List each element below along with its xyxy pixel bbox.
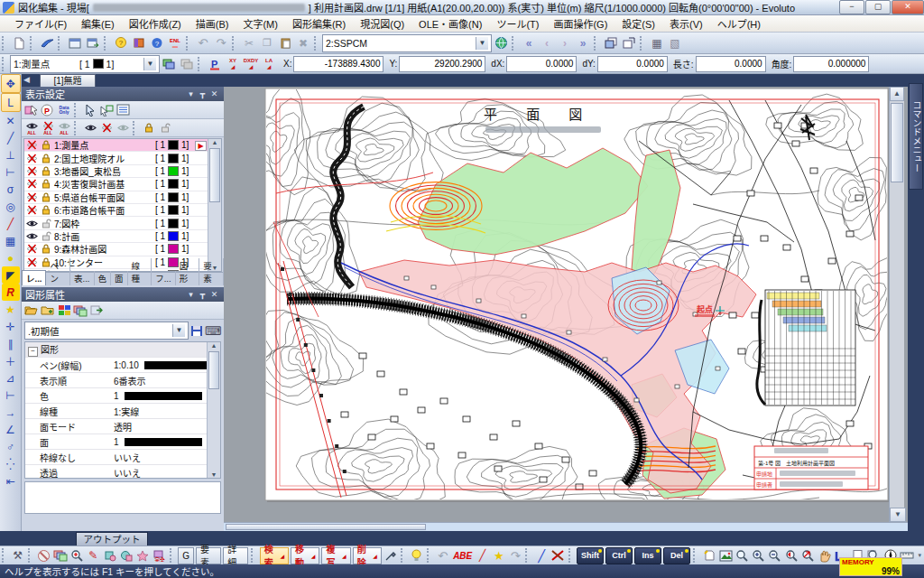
ds-tab-0[interactable]: レ... bbox=[22, 270, 46, 285]
coord-field-5[interactable]: 0.000000 bbox=[793, 56, 869, 72]
image-icon[interactable] bbox=[718, 547, 733, 564]
coord-field-1[interactable]: 29200.2900 bbox=[399, 56, 485, 72]
zoom-out-icon[interactable] bbox=[768, 547, 782, 564]
pen-blue-icon[interactable]: ╱ bbox=[534, 547, 549, 564]
layer-color-swatch[interactable] bbox=[168, 140, 179, 150]
eye-icon[interactable] bbox=[24, 231, 39, 241]
eye-off-icon[interactable] bbox=[24, 192, 39, 202]
ds-tab-8[interactable]: 要素 bbox=[199, 258, 224, 285]
pan-hand-icon[interactable] bbox=[818, 547, 832, 564]
ds-tab-4[interactable]: 面 bbox=[111, 271, 128, 285]
ds-tab-2[interactable]: 表... bbox=[70, 271, 94, 285]
list-icon[interactable] bbox=[116, 103, 130, 117]
rotate-point-icon[interactable]: ♂ bbox=[2, 438, 20, 455]
eye-off-icon[interactable] bbox=[24, 179, 39, 189]
layer-stack-icon[interactable] bbox=[161, 56, 177, 72]
dropper-icon[interactable] bbox=[383, 547, 398, 564]
snap-center-icon[interactable]: ◎ bbox=[2, 198, 20, 215]
close-panel-icon[interactable]: ✕ bbox=[208, 290, 220, 299]
star-icon[interactable]: ★ bbox=[492, 547, 506, 564]
toggle-要素[interactable]: 要素 bbox=[196, 547, 221, 564]
layer-select[interactable]: 1:測量点[ 11]▼ bbox=[10, 55, 160, 73]
eye-off-icon[interactable] bbox=[99, 121, 114, 135]
menu-item-12[interactable]: ヘルプ(H) bbox=[710, 14, 768, 33]
layer-color-swatch[interactable] bbox=[168, 179, 179, 189]
offset-icon[interactable]: ⊢ bbox=[2, 387, 20, 404]
menu-item-9[interactable]: 画面操作(G) bbox=[546, 14, 614, 33]
slash-red-icon[interactable]: ╱ bbox=[475, 547, 489, 564]
document-select[interactable]: 2:SSPCM▼ bbox=[322, 34, 492, 52]
cross-icon[interactable]: ＋ bbox=[2, 352, 20, 369]
nav-prev-icon[interactable]: ‹ bbox=[539, 35, 555, 51]
ds-tab-1[interactable]: ペン bbox=[46, 258, 70, 285]
window-icon[interactable] bbox=[67, 35, 83, 51]
dxdy-input-icon[interactable]: DXDY◢ bbox=[243, 56, 259, 72]
eye-off-icon[interactable] bbox=[24, 140, 39, 150]
eye-icon[interactable] bbox=[83, 121, 97, 135]
zoom-select-icon[interactable] bbox=[69, 547, 84, 564]
shape-square-icon[interactable] bbox=[103, 547, 117, 564]
data-only-icon[interactable]: DataOnly bbox=[57, 103, 71, 117]
raster-icon[interactable]: R bbox=[2, 284, 20, 301]
eye-off-all-icon[interactable]: ALL bbox=[41, 121, 55, 135]
zoom-icon[interactable] bbox=[735, 547, 749, 564]
divide-icon[interactable]: ⁛ bbox=[2, 455, 20, 472]
manual-book-icon[interactable] bbox=[131, 35, 147, 51]
shape-full-icon[interactable]: 完全 bbox=[152, 547, 166, 564]
layer-row-8[interactable]: 8:計画 [ 1 1] bbox=[24, 230, 208, 243]
lock-icon[interactable] bbox=[142, 121, 156, 135]
grid-snap-icon[interactable]: ▦ bbox=[2, 232, 20, 249]
pin-icon[interactable]: ┳ bbox=[197, 290, 208, 299]
move-points-icon[interactable]: ✛ bbox=[2, 318, 20, 335]
chevron-down-icon[interactable]: ▼ bbox=[172, 324, 185, 337]
snap-sigma-icon[interactable]: σ bbox=[2, 181, 20, 198]
coord-field-2[interactable]: 0.0000 bbox=[506, 56, 577, 72]
tab-scroll-left-icon[interactable]: ◀ bbox=[23, 75, 30, 84]
unlock-icon[interactable] bbox=[39, 219, 53, 228]
canvas-vscrollbar[interactable]: ▲ ▼ bbox=[889, 87, 904, 522]
snap-on-line-icon[interactable]: ╱ bbox=[2, 129, 20, 146]
abe-command-icon[interactable]: ABE bbox=[452, 547, 474, 564]
snap-corner-icon[interactable]: L bbox=[1, 93, 21, 112]
layer-color-swatch[interactable] bbox=[168, 244, 179, 254]
enl-icon[interactable]: ENL▬ bbox=[167, 35, 183, 51]
close-button[interactable]: ✕ bbox=[892, 0, 924, 14]
layer-row-9[interactable]: 9:森林計画図 [ 1 1] bbox=[24, 243, 208, 256]
undo-icon[interactable]: ↶ bbox=[195, 35, 211, 51]
layer-action-icon[interactable]: ▶ bbox=[194, 140, 208, 150]
nav-first-icon[interactable]: « bbox=[521, 35, 537, 51]
p-badge-icon[interactable]: P bbox=[41, 103, 55, 117]
action-検索[interactable]: 検索◢ bbox=[260, 547, 289, 564]
menu-item-0[interactable]: ファイル(F) bbox=[7, 14, 74, 33]
eye-off-icon[interactable] bbox=[24, 205, 39, 215]
redo-icon[interactable]: ↷ bbox=[213, 35, 229, 51]
snap-perpendicular-icon[interactable]: ⊢ bbox=[2, 163, 20, 181]
lock-icon[interactable] bbox=[39, 154, 53, 163]
coord-field-4[interactable]: 0.0000 bbox=[696, 56, 766, 72]
prop-group-0[interactable]: −図形 bbox=[25, 342, 207, 358]
snap-nearest-icon[interactable]: ╱ bbox=[2, 215, 20, 232]
unlock-icon[interactable] bbox=[39, 231, 53, 241]
layer-copy-icon[interactable] bbox=[603, 35, 619, 51]
ds-tab-5[interactable]: 線種 bbox=[128, 258, 152, 285]
layer-color-swatch[interactable] bbox=[168, 231, 179, 241]
cut-x-icon[interactable] bbox=[550, 547, 565, 564]
prop-row-7[interactable]: 枠線なしいいえ bbox=[25, 450, 207, 465]
key-ctrl[interactable]: Ctrl bbox=[605, 547, 633, 564]
eye-off-icon[interactable] bbox=[24, 257, 39, 267]
layer-row-3[interactable]: 3:地番図_東松島 [ 1 1] bbox=[24, 165, 208, 178]
menu-item-6[interactable]: 現況図(Q) bbox=[353, 14, 411, 33]
xy-input-icon[interactable]: XY◢ bbox=[225, 56, 241, 72]
layer-color-swatch[interactable] bbox=[168, 192, 179, 202]
shape-circle-icon[interactable] bbox=[119, 547, 134, 564]
minimize-button[interactable]: − bbox=[839, 0, 864, 14]
apply-icon[interactable] bbox=[89, 303, 104, 318]
preset-select[interactable]: .初期値▼ bbox=[24, 322, 189, 340]
property-grid-scrollbar[interactable]: ▲ ▼ bbox=[207, 342, 220, 478]
layer-gray-icon[interactable] bbox=[179, 56, 195, 72]
pen-red-icon[interactable]: ✎ bbox=[86, 547, 100, 564]
toggle-詳細[interactable]: 詳細 bbox=[223, 547, 248, 564]
key-shift[interactable]: Shift bbox=[577, 547, 604, 564]
wand-icon[interactable]: ⚒ bbox=[11, 547, 25, 564]
layer-row-5[interactable]: 5:県道台帳平面図 [ 1 1] bbox=[24, 191, 208, 204]
